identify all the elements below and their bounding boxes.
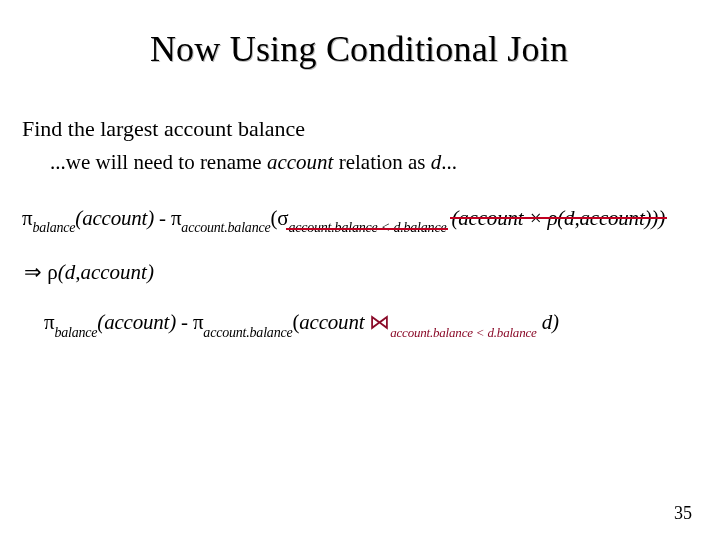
cond-lhs-1: account.balance [288,220,377,235]
formula-3: πbalance(account) - πaccount.balance(acc… [44,308,696,340]
implies-symbol: ⇒ [24,260,42,284]
pi-sub-2: account.balance [181,220,270,235]
f3-acc-1: (account) [97,310,176,334]
formula-1: πbalance(account) - πaccount.balance(σac… [22,204,696,236]
join-symbol: ⋈ [369,310,390,334]
rho-symbol: ρ [47,260,57,284]
sigma-symbol: σ [277,206,288,230]
pi-symbol-2: π [171,206,181,230]
sub-text: ...we will need to rename account relati… [50,148,696,176]
pi-symbol: π [22,206,32,230]
cond-lhs-2: account.balance [390,325,473,340]
f3-acc-1-inner: account [104,310,169,334]
slide-body: Find the largest account balance ...we w… [22,114,696,341]
formula-2: ⇒ ρ(d,account) [24,258,696,286]
sub-ital-1: account [267,150,333,174]
f1-strike-tail: (account × ρ(d,account))) [452,204,665,232]
page-number: 35 [674,503,692,524]
lt-1: < [381,220,390,235]
cond-rhs-1: d.balance [393,220,446,235]
f3-tail: d) [537,310,559,334]
sub-ital-2: d [431,150,442,174]
pi-sub-4: account.balance [203,325,292,340]
f3-acc-2: account [299,310,364,334]
lt-2: < [476,325,485,340]
cond-rhs-2: d.balance [487,325,536,340]
slide: Now Using Conditional Join Find the larg… [0,0,720,540]
pi-symbol-3: π [44,310,54,334]
join-sub: account.balance < d.balance [390,325,536,340]
minus-2: - [181,310,188,334]
sub-suffix: ... [441,150,457,174]
slide-title: Now Using Conditional Join [22,28,696,70]
sigma-sub-strike: account.balance < d.balance [288,219,446,238]
lead-text: Find the largest account balance [22,114,696,144]
f1-acc-1: (account) [75,206,154,230]
pi-symbol-4: π [193,310,203,334]
rho-args: (d,account) [58,260,154,284]
minus-1: - [159,206,166,230]
f1-acc-1-inner: account [82,206,147,230]
pi-sub-3: balance [54,325,97,340]
sub-prefix: ...we will need to rename [50,150,267,174]
sub-mid: relation as [333,150,430,174]
pi-sub-1: balance [32,220,75,235]
